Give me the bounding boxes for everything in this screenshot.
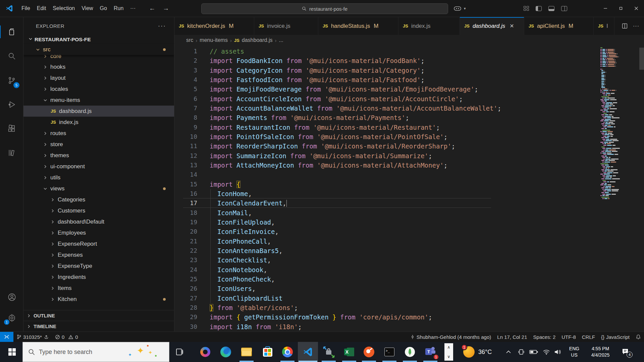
problems-status[interactable]: 0 0 [52,332,81,342]
taskbar-search-input[interactable]: Type here to search ✦ ✦ ✦ [22,342,169,362]
taskbar-vscode-icon[interactable] [298,342,318,362]
forward-icon[interactable]: → [163,5,169,12]
activity-library-icon[interactable] [0,143,23,163]
tree-folder-menu-items[interactable]: menu-items [23,95,174,106]
search-input[interactable]: restaurant-pos-fe [201,3,448,14]
split-editor-icon[interactable] [622,23,628,29]
tab-index-js[interactable]: JSindex.js [398,17,460,35]
taskbar-postman-icon[interactable] [359,342,379,362]
tab-more-actions-icon[interactable]: ··· [633,23,639,29]
taskbar-scroll-control[interactable]: ∧∨ [444,343,453,361]
menu-selection[interactable]: Selection [49,4,78,13]
menu-file[interactable]: File [18,4,34,13]
start-button[interactable] [4,342,20,362]
tab-invoice-js[interactable]: JSinvoice.js [254,17,318,35]
tree-file-dashboard-js[interactable]: JSdashboard.js [23,106,174,117]
tree-folder-kitchen[interactable]: Kitchen [23,294,174,305]
tree-folder-expensereport[interactable]: ExpenseReport [23,238,174,249]
toggle-sidebar-icon[interactable] [536,6,542,11]
tree-folder-categories[interactable]: Categories [23,194,174,205]
toggle-secondary-sidebar-icon[interactable] [561,6,567,11]
tree-folder-src[interactable]: src [23,44,174,55]
toggle-panel-icon[interactable] [548,6,554,11]
notification-center[interactable]: 4 [621,342,630,362]
tree-file-index-js[interactable]: JSindex.js [23,117,174,128]
menu-moremoremore[interactable]: ··· [127,4,139,13]
scrollbar-thumb[interactable] [639,48,644,70]
tree-folder-expensetype[interactable]: ExpenseType [23,260,174,272]
close-button[interactable] [629,0,644,17]
project-root-row[interactable]: RESTAURANT-POS-FE [23,35,174,44]
tree-folder-employees[interactable]: Employees [23,227,174,238]
maximize-button[interactable] [613,0,629,17]
menu-go[interactable]: Go [97,4,110,13]
taskbar-edge-icon[interactable] [216,342,236,362]
taskbar-teams-icon[interactable]: T1 [420,342,440,362]
activity-explorer-icon[interactable] [0,22,23,42]
activity-account-icon[interactable] [0,287,23,307]
minimize-button[interactable] [598,0,613,17]
clock[interactable]: 4:55 PM4/4/2025 [585,342,615,362]
language-indicator[interactable]: ENGUS [567,342,582,362]
close-tab-icon[interactable]: ✕ [509,23,514,29]
tree-folder-ingredients[interactable]: Ingredients [23,272,174,283]
tree-folder-dashboard-default[interactable]: dashboard\Default [23,216,174,227]
tab-i[interactable]: JSI [594,17,614,35]
menu-view[interactable]: View [78,4,96,13]
back-icon[interactable]: ← [149,5,155,12]
tree-folder-utils[interactable]: utils [23,172,174,183]
tree-folder-hooks[interactable]: hooks [23,61,174,72]
taskbar-copilot-icon[interactable] [195,342,215,362]
taskbar-mongodb-icon[interactable] [400,342,420,362]
eol-status[interactable]: CRLF [579,332,598,342]
minimap[interactable] [600,47,620,200]
activity-settings-icon[interactable]: 1 [0,308,23,327]
indentation-status[interactable]: Spaces: 2 [530,332,559,342]
git-branch-status[interactable]: 310325* [13,332,52,342]
weather-widget[interactable]: 1 [459,342,479,362]
remote-indicator[interactable] [0,332,13,342]
git-blame-status[interactable]: Shubham-Gehlod (4 months ago) [407,332,494,342]
tree-folder-ui-component[interactable]: ui-component [23,161,174,172]
breadcrumb-item[interactable]: ... [279,37,283,43]
copilot-button[interactable]: ▾ [454,0,466,17]
taskbar-file-explorer-icon[interactable] [236,342,257,362]
customize-layout-icon[interactable] [524,6,529,11]
taskbar-task-view-icon[interactable] [169,342,190,362]
tab-apiclient-js[interactable]: JSapiClient.jsM [524,17,594,35]
menu-edit[interactable]: Edit [34,4,50,13]
cursor-position-status[interactable]: Ln 17, Col 21 [494,332,530,342]
breadcrumb-item[interactable]: menu-items [200,37,228,43]
activity-source-control-icon[interactable]: 5 [0,71,23,90]
language-mode-status[interactable]: {} JavaScript [598,332,633,342]
volume-icon[interactable] [554,342,561,362]
encoding-status[interactable]: UTF-8 [558,332,579,342]
tree-folder-locales[interactable]: locales [23,83,174,95]
tree-folder-core[interactable]: core [23,55,174,61]
code-editor[interactable]: 1// assets2import FoodBankIcon from '@mu… [174,46,644,331]
tree-folder-store[interactable]: store [23,139,174,150]
battery-icon[interactable] [529,342,538,362]
notifications-bell[interactable] [633,332,644,342]
activity-search-icon[interactable] [0,46,23,66]
tree-folder-items[interactable]: Items [23,283,174,294]
taskbar-remote-lock-icon[interactable] [319,342,339,362]
explorer-more-icon[interactable]: ··· [158,22,166,29]
taskbar-chrome-icon[interactable] [277,342,298,362]
outline-section[interactable]: OUTLINE [23,310,174,321]
tree-folder-themes[interactable]: themes [23,150,174,161]
breadcrumb-item[interactable]: dashboard.js [242,37,273,43]
breadcrumb-item[interactable]: src [186,37,193,43]
temperature-label[interactable]: 36°C [478,342,492,362]
activity-run-debug-icon[interactable] [0,95,23,114]
cast-device-icon[interactable] [518,342,525,362]
tray-expand-icon[interactable] [506,342,511,362]
menu-run[interactable]: Run [110,4,127,13]
tab-handlestatus-js[interactable]: JShandleStatus.jsM [318,17,398,35]
tree-folder-layout[interactable]: layout [23,72,174,83]
tree-folder-routes[interactable]: routes [23,128,174,139]
taskbar-terminal-icon[interactable]: >_ [379,342,399,362]
tree-folder-views[interactable]: views [23,183,174,194]
taskbar-excel-icon[interactable]: X [339,342,359,362]
activity-extensions-icon[interactable] [0,119,23,138]
